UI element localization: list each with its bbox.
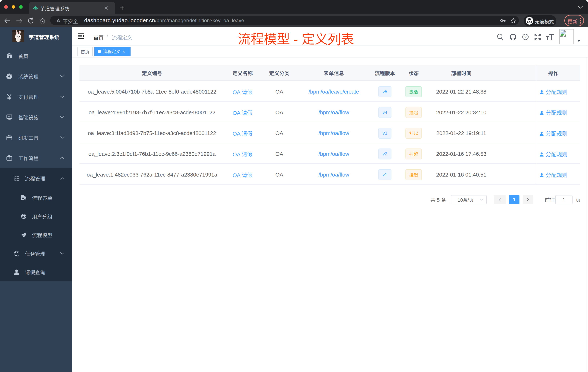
svg-text:?: ? — [524, 35, 526, 39]
